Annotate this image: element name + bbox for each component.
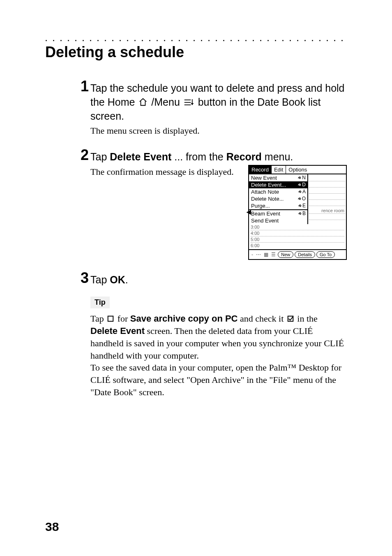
step-2-instruction: Tap Delete Event ... from the Record men… [90,150,347,164]
device-cursor-marker: ◀ [247,208,251,215]
step-3-text-a: Tap [90,274,110,285]
tip-p1-d: in the [297,313,318,324]
device-time-500: 5:00 [251,236,344,243]
device-menu-purge-shortcut: E [298,203,306,209]
step-3: 3 Tap OK. Tip Tap for Save archive copy … [74,271,347,398]
device-menu-delete-event-shortcut: D [297,182,306,188]
device-time-600: 6:00 [251,243,344,248]
device-menu-purge[interactable]: Purge... E [249,202,307,209]
step-2-bold-b: Record [226,151,262,162]
device-footer: ◦ ⋯ ▦ ☰ New Details Go To [249,249,346,259]
device-right-pane: rence room [308,174,346,224]
tip-p1-bold1: Save archive copy on PC [130,313,238,324]
tip-p1-bold2: Delete Event [90,326,145,336]
step-1-instruction: Tap the schedule you want to delete and … [90,81,347,123]
device-footer-new-button[interactable]: New [278,251,293,258]
svg-rect-3 [108,316,113,322]
decorative-dot-row: . . . . . . . . . . . . . . . . . . . . … [45,36,347,41]
device-time-rows: 3:00 4:00 5:00 6:00 [249,224,346,249]
tip-paragraph-2: To see the saved data in your computer, … [90,361,347,398]
checkbox-checked-icon [287,315,294,322]
device-menu-delete-note[interactable]: Delete Note... O [249,195,307,202]
step-2: 2 Tap Delete Event ... from the Record m… [74,148,347,260]
step-3-text-b: . [125,274,128,285]
step-2-text-c: menu. [265,151,293,162]
device-menu-attach-note[interactable]: Attach Note A [249,188,307,195]
tip-paragraph-1: Tap for Save archive copy on PC and chec… [90,313,347,361]
menu-icon [184,98,194,107]
device-menu-delete-note-label: Delete Note... [251,196,284,202]
device-menu-attach-note-label: Attach Note [251,189,279,195]
device-menu-attach-note-shortcut: A [298,189,306,195]
device-footer-view1-icon[interactable]: ◦ [251,251,254,258]
step-2-bold-a: Delete Event [110,151,171,162]
step-2-text-b: ... from the [174,151,226,162]
device-record-menu: New Event N Delete Event... D Attach Not… [249,174,308,224]
device-side-label: rence room [309,208,345,214]
step-2-detail: The confirmation message is displayed. [90,166,242,178]
step-3-instruction: Tap OK. [90,273,347,287]
device-screenshot: ◀ Record Edit Options New Event [248,165,347,260]
step-2-number: 2 [74,148,89,162]
device-menu-delete-event[interactable]: Delete Event... D [249,181,307,188]
device-menu-purge-label: Purge... [251,203,270,209]
step-1: 1 Tap the schedule you want to delete an… [74,79,347,137]
device-menu-delete-event-label: Delete Event... [251,182,286,188]
device-time-400: 4:00 [251,230,344,236]
device-menu-beam-event-shortcut: B [298,211,306,217]
device-menubar: Record Edit Options [249,166,346,174]
device-menu-beam-event-label: Beam Event [251,211,280,217]
tip-p1-b: for [118,313,130,324]
device-footer-goto-button[interactable]: Go To [316,251,335,258]
device-tab-options[interactable]: Options [286,166,309,174]
tip-label: Tip [90,297,110,308]
device-menu-new-event-shortcut: N [297,175,306,181]
device-menu-new-event[interactable]: New Event N [249,174,307,181]
tip-p1-a: Tap [90,313,106,324]
device-footer-view2-icon[interactable]: ⋯ [255,251,262,258]
device-time-300: 3:00 [251,224,344,230]
step-3-bold-a: OK [110,274,125,285]
home-icon [138,97,148,107]
device-menu-delete-note-shortcut: O [297,196,306,202]
device-footer-view4-icon[interactable]: ☰ [270,251,277,258]
device-tab-edit[interactable]: Edit [272,166,286,174]
checkbox-empty-icon [107,315,114,322]
device-footer-view3-icon[interactable]: ▦ [263,251,269,258]
step-2-text-a: Tap [90,151,110,162]
device-menu-send-event-label: Send Event [251,218,279,224]
device-menu-new-event-label: New Event [251,175,277,181]
device-footer-details-button[interactable]: Details [295,251,315,258]
device-menu-send-event[interactable]: Send Event [249,217,307,224]
step-1-detail: The menu screen is displayed. [90,125,347,137]
step-1-number: 1 [74,79,89,94]
page-number: 38 [45,520,59,534]
device-tab-record[interactable]: Record [249,166,272,174]
step-1-text-b: /Menu [151,96,182,108]
tip-p1-c: and check it [240,313,286,324]
device-menu-beam-event[interactable]: Beam Event B [249,210,307,217]
page-title: Deleting a schedule [45,44,347,61]
step-3-number: 3 [74,271,89,285]
